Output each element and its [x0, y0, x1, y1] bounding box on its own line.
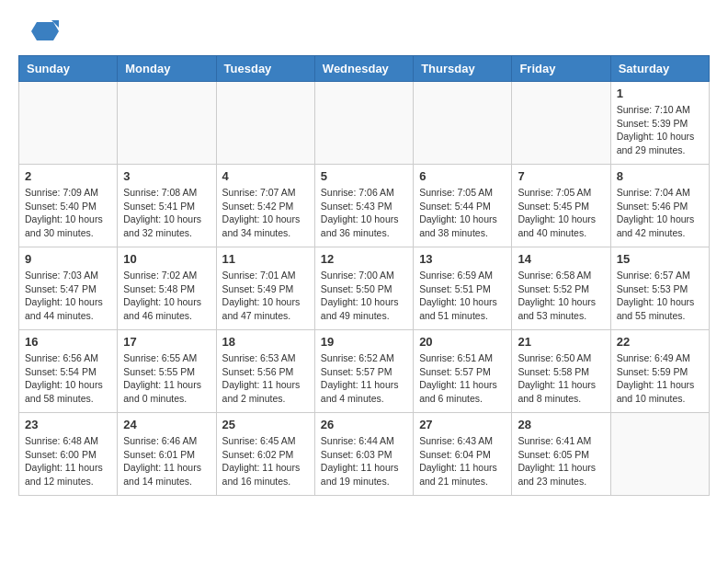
calendar-cell: 23Sunrise: 6:48 AM Sunset: 6:00 PM Dayli… — [19, 413, 118, 496]
day-number: 20 — [419, 335, 506, 349]
calendar-cell: 8Sunrise: 7:04 AM Sunset: 5:46 PM Daylig… — [610, 165, 709, 247]
calendar-table: SundayMondayTuesdayWednesdayThursdayFrid… — [18, 55, 710, 496]
day-number: 25 — [222, 418, 309, 431]
calendar-cell: 3Sunrise: 7:08 AM Sunset: 5:41 PM Daylig… — [118, 165, 216, 247]
day-info: Sunrise: 6:56 AM Sunset: 5:54 PM Dayligh… — [25, 351, 111, 406]
day-number: 15 — [617, 252, 703, 266]
calendar-cell: 19Sunrise: 6:52 AM Sunset: 5:57 PM Dayli… — [314, 330, 413, 413]
day-info: Sunrise: 7:10 AM Sunset: 5:39 PM Dayligh… — [617, 103, 703, 157]
calendar-cell: 14Sunrise: 6:58 AM Sunset: 5:52 PM Dayli… — [512, 247, 610, 330]
calendar-week-3: 9Sunrise: 7:03 AM Sunset: 5:47 PM Daylig… — [19, 247, 710, 330]
calendar-cell — [314, 82, 413, 165]
calendar-weekday-monday: Monday — [118, 56, 216, 82]
day-number: 27 — [419, 418, 506, 431]
day-info: Sunrise: 7:02 AM Sunset: 5:48 PM Dayligh… — [123, 269, 210, 323]
calendar-cell: 27Sunrise: 6:43 AM Sunset: 6:04 PM Dayli… — [414, 413, 512, 496]
day-info: Sunrise: 6:44 AM Sunset: 6:03 PM Dayligh… — [321, 434, 407, 488]
calendar-weekday-thursday: Thursday — [414, 56, 512, 82]
day-number: 21 — [518, 335, 604, 349]
day-number: 13 — [419, 252, 506, 266]
day-info: Sunrise: 6:53 AM Sunset: 5:56 PM Dayligh… — [222, 351, 309, 406]
day-info: Sunrise: 6:43 AM Sunset: 6:04 PM Dayligh… — [419, 434, 506, 488]
day-number: 10 — [123, 252, 210, 266]
day-info: Sunrise: 6:55 AM Sunset: 5:55 PM Dayligh… — [123, 351, 210, 406]
calendar-cell: 12Sunrise: 7:00 AM Sunset: 5:50 PM Dayli… — [314, 247, 413, 330]
day-number: 6 — [419, 169, 506, 183]
calendar-cell — [610, 413, 709, 496]
calendar-cell — [512, 82, 610, 165]
calendar-cell: 20Sunrise: 6:51 AM Sunset: 5:57 PM Dayli… — [414, 330, 512, 413]
calendar-cell: 11Sunrise: 7:01 AM Sunset: 5:49 PM Dayli… — [216, 247, 314, 330]
calendar-cell: 9Sunrise: 7:03 AM Sunset: 5:47 PM Daylig… — [19, 247, 118, 330]
day-number: 9 — [25, 252, 111, 266]
day-number: 26 — [321, 418, 407, 431]
day-info: Sunrise: 6:57 AM Sunset: 5:53 PM Dayligh… — [617, 269, 703, 323]
calendar-weekday-friday: Friday — [512, 56, 610, 82]
calendar-header-row: SundayMondayTuesdayWednesdayThursdayFrid… — [19, 56, 710, 82]
calendar-weekday-saturday: Saturday — [610, 56, 709, 82]
calendar-cell: 22Sunrise: 6:49 AM Sunset: 5:59 PM Dayli… — [610, 330, 709, 413]
day-number: 12 — [321, 252, 407, 266]
calendar-week-5: 23Sunrise: 6:48 AM Sunset: 6:00 PM Dayli… — [19, 413, 710, 496]
calendar-cell — [216, 82, 314, 165]
svg-marker-0 — [31, 22, 59, 40]
day-number: 2 — [25, 169, 111, 183]
day-info: Sunrise: 7:08 AM Sunset: 5:41 PM Dayligh… — [123, 186, 210, 240]
day-number: 28 — [518, 418, 604, 431]
calendar-cell: 6Sunrise: 7:05 AM Sunset: 5:44 PM Daylig… — [414, 165, 512, 247]
calendar-cell: 16Sunrise: 6:56 AM Sunset: 5:54 PM Dayli… — [19, 330, 118, 413]
calendar-cell: 10Sunrise: 7:02 AM Sunset: 5:48 PM Dayli… — [118, 247, 216, 330]
day-number: 17 — [123, 335, 210, 349]
day-number: 1 — [617, 86, 703, 100]
calendar-weekday-sunday: Sunday — [19, 56, 118, 82]
day-info: Sunrise: 7:04 AM Sunset: 5:46 PM Dayligh… — [617, 186, 703, 240]
calendar-cell: 2Sunrise: 7:09 AM Sunset: 5:40 PM Daylig… — [19, 165, 118, 247]
calendar-cell: 17Sunrise: 6:55 AM Sunset: 5:55 PM Dayli… — [118, 330, 216, 413]
day-number: 23 — [25, 418, 111, 431]
calendar-cell: 5Sunrise: 7:06 AM Sunset: 5:43 PM Daylig… — [314, 165, 413, 247]
calendar-cell: 1Sunrise: 7:10 AM Sunset: 5:39 PM Daylig… — [610, 82, 709, 165]
day-number: 7 — [518, 169, 604, 183]
calendar-cell: 13Sunrise: 6:59 AM Sunset: 5:51 PM Dayli… — [414, 247, 512, 330]
calendar-cell: 15Sunrise: 6:57 AM Sunset: 5:53 PM Dayli… — [610, 247, 709, 330]
day-number: 16 — [25, 335, 111, 349]
day-info: Sunrise: 7:09 AM Sunset: 5:40 PM Dayligh… — [25, 186, 111, 240]
day-number: 11 — [222, 252, 309, 266]
calendar-cell: 18Sunrise: 6:53 AM Sunset: 5:56 PM Dayli… — [216, 330, 314, 413]
day-info: Sunrise: 6:58 AM Sunset: 5:52 PM Dayligh… — [518, 269, 604, 323]
calendar-cell: 26Sunrise: 6:44 AM Sunset: 6:03 PM Dayli… — [314, 413, 413, 496]
calendar-cell: 28Sunrise: 6:41 AM Sunset: 6:05 PM Dayli… — [512, 413, 610, 496]
calendar-cell: 4Sunrise: 7:07 AM Sunset: 5:42 PM Daylig… — [216, 165, 314, 247]
day-info: Sunrise: 6:52 AM Sunset: 5:57 PM Dayligh… — [321, 351, 407, 406]
day-number: 4 — [222, 169, 309, 183]
day-info: Sunrise: 6:46 AM Sunset: 6:01 PM Dayligh… — [123, 434, 210, 488]
day-info: Sunrise: 7:05 AM Sunset: 5:44 PM Dayligh… — [419, 186, 506, 240]
calendar-week-4: 16Sunrise: 6:56 AM Sunset: 5:54 PM Dayli… — [19, 330, 710, 413]
day-info: Sunrise: 6:50 AM Sunset: 5:58 PM Dayligh… — [518, 351, 604, 406]
logo — [18, 18, 63, 46]
day-info: Sunrise: 7:06 AM Sunset: 5:43 PM Dayligh… — [321, 186, 407, 240]
calendar-cell: 21Sunrise: 6:50 AM Sunset: 5:58 PM Dayli… — [512, 330, 610, 413]
calendar-week-1: 1Sunrise: 7:10 AM Sunset: 5:39 PM Daylig… — [19, 82, 710, 165]
day-info: Sunrise: 7:03 AM Sunset: 5:47 PM Dayligh… — [25, 269, 111, 323]
day-number: 19 — [321, 335, 407, 349]
day-info: Sunrise: 6:59 AM Sunset: 5:51 PM Dayligh… — [419, 269, 506, 323]
header — [18, 18, 710, 46]
day-info: Sunrise: 6:51 AM Sunset: 5:57 PM Dayligh… — [419, 351, 506, 406]
day-info: Sunrise: 7:05 AM Sunset: 5:45 PM Dayligh… — [518, 186, 604, 240]
calendar-week-2: 2Sunrise: 7:09 AM Sunset: 5:40 PM Daylig… — [19, 165, 710, 247]
calendar-cell: 25Sunrise: 6:45 AM Sunset: 6:02 PM Dayli… — [216, 413, 314, 496]
day-number: 5 — [321, 169, 407, 183]
day-info: Sunrise: 6:45 AM Sunset: 6:02 PM Dayligh… — [222, 434, 309, 488]
day-info: Sunrise: 7:07 AM Sunset: 5:42 PM Dayligh… — [222, 186, 309, 240]
day-number: 3 — [123, 169, 210, 183]
calendar-cell — [19, 82, 118, 165]
day-number: 24 — [123, 418, 210, 431]
calendar-cell — [414, 82, 512, 165]
calendar-cell: 7Sunrise: 7:05 AM Sunset: 5:45 PM Daylig… — [512, 165, 610, 247]
day-number: 18 — [222, 335, 309, 349]
day-number: 14 — [518, 252, 604, 266]
day-info: Sunrise: 6:48 AM Sunset: 6:00 PM Dayligh… — [25, 434, 111, 488]
logo-icon — [18, 18, 59, 46]
day-number: 8 — [617, 169, 703, 183]
